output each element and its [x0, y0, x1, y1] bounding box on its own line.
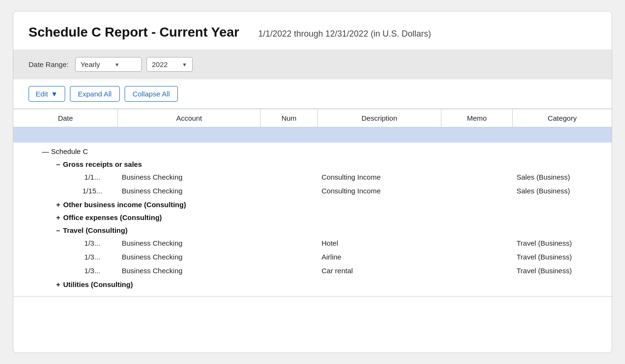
edit-button[interactable]: Edit ▼ — [29, 86, 65, 102]
gross-receipts-text: Gross receipts or sales — [63, 160, 142, 168]
schedule-c-text: — Schedule C — [42, 147, 88, 155]
year-value: 2022 — [152, 60, 167, 68]
table-row[interactable]: 1/15... Business Checking Consulting Inc… — [13, 184, 612, 198]
report-container: Schedule C Report - Current Year 1/1/202… — [13, 11, 612, 353]
row-num — [261, 250, 318, 264]
row-description: Consulting Income — [318, 184, 441, 198]
chevron-down-icon: ▼ — [182, 62, 187, 67]
row-num — [261, 184, 318, 198]
row-description: Airline — [318, 250, 441, 264]
schedule-c-label: — Schedule C — [13, 143, 612, 157]
date-range-select[interactable]: Yearly ▼ — [75, 57, 142, 72]
row-description: Car rental — [318, 264, 441, 278]
gross-receipts-label[interactable]: – Gross receipts or sales — [13, 157, 612, 170]
col-memo: Memo — [441, 109, 513, 127]
row-category: Travel (Business) — [513, 236, 612, 250]
col-description: Description — [318, 109, 441, 127]
row-memo — [441, 250, 513, 264]
report-date-range: 1/1/2022 through 12/31/2022 (in U.S. Dol… — [258, 29, 431, 39]
col-account: Account — [118, 109, 261, 127]
office-expenses-prefix: + — [56, 213, 60, 221]
table-row[interactable]: 1/3... Business Checking Airline Travel … — [13, 250, 612, 264]
date-range-value: Yearly — [80, 60, 100, 68]
row-num — [261, 264, 318, 278]
report-title: Schedule C Report - Current Year — [29, 25, 239, 40]
office-expenses-text: Office expenses (Consulting) — [63, 213, 162, 221]
filter-bar: Date Range: Yearly ▼ 2022 ▼ — [13, 49, 612, 79]
row-category: Travel (Business) — [513, 250, 612, 264]
row-account: Business Checking — [118, 250, 261, 264]
table-header: Date Account Num Description Memo Catego… — [13, 109, 612, 127]
row-memo — [441, 170, 513, 184]
chevron-down-icon: ▼ — [51, 90, 58, 98]
expand-all-label: Expand All — [78, 90, 112, 98]
collapse-all-label: Collapse All — [133, 90, 170, 98]
travel-prefix: – — [56, 226, 60, 234]
gross-receipts-prefix: – — [56, 160, 60, 168]
row-memo — [441, 184, 513, 198]
expand-all-button[interactable]: Expand All — [70, 86, 120, 102]
row-category: Travel (Business) — [513, 264, 612, 278]
other-business-income-text: Other business income (Consulting) — [63, 201, 186, 209]
row-date: 1/3... — [13, 250, 118, 264]
row-category: Sales (Business) — [513, 170, 612, 184]
selected-row[interactable] — [13, 127, 612, 143]
table-row[interactable]: 1/3... Business Checking Hotel Travel (B… — [13, 236, 612, 250]
row-date: 1/1... — [13, 170, 118, 184]
edit-label: Edit — [36, 90, 48, 98]
row-date: 1/3... — [13, 236, 118, 250]
other-business-income-prefix: + — [56, 201, 60, 209]
chevron-down-icon: ▼ — [114, 62, 119, 67]
row-num — [261, 170, 318, 184]
toolbar: Edit ▼ Expand All Collapse All — [13, 79, 612, 109]
row-description: Hotel — [318, 236, 441, 250]
row-memo — [441, 264, 513, 278]
date-range-label: Date Range: — [29, 60, 68, 68]
col-num: Num — [261, 109, 318, 127]
table-row[interactable]: 1/1... Business Checking Consulting Inco… — [13, 170, 612, 184]
row-num — [261, 236, 318, 250]
report-header: Schedule C Report - Current Year 1/1/202… — [13, 11, 612, 49]
row-account: Business Checking — [118, 264, 261, 278]
col-category: Category — [513, 109, 612, 127]
row-account: Business Checking — [118, 184, 261, 198]
utilities-prefix: + — [56, 280, 60, 288]
row-date: 1/3... — [13, 264, 118, 278]
other-business-income-label[interactable]: + Other business income (Consulting) — [13, 198, 612, 211]
travel-text: Travel (Consulting) — [63, 226, 127, 234]
row-account: Business Checking — [118, 236, 261, 250]
row-category: Sales (Business) — [513, 184, 612, 198]
collapse-all-button[interactable]: Collapse All — [125, 86, 178, 102]
col-date: Date — [13, 109, 118, 127]
utilities-label[interactable]: + Utilities (Consulting) — [13, 278, 612, 290]
row-date: 1/15... — [13, 184, 118, 198]
utilities-text: Utilities (Consulting) — [63, 280, 133, 288]
table-row[interactable]: 1/3... Business Checking Car rental Trav… — [13, 264, 612, 278]
row-account: Business Checking — [118, 170, 261, 184]
row-description: Consulting Income — [318, 170, 441, 184]
year-select[interactable]: 2022 ▼ — [146, 57, 192, 72]
travel-label[interactable]: – Travel (Consulting) — [13, 223, 612, 236]
bottom-divider — [13, 296, 612, 297]
office-expenses-label[interactable]: + Office expenses (Consulting) — [13, 211, 612, 223]
row-memo — [441, 236, 513, 250]
report-body: — Schedule C – Gross receipts or sales 1… — [13, 143, 612, 290]
